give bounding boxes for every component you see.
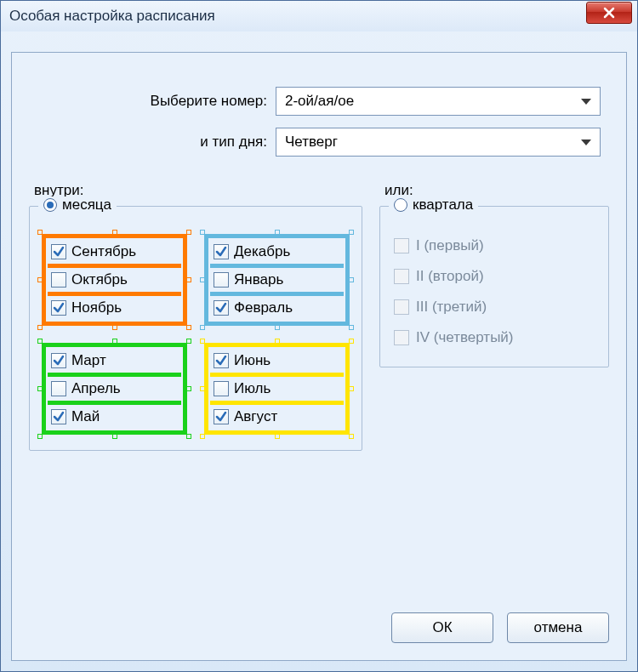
chevron-down-icon bbox=[581, 99, 591, 105]
month-groupbox: месяца СентябрьОктябрьНоябрьДекабрьЯнвар… bbox=[29, 206, 362, 451]
month-label: Июнь bbox=[234, 352, 271, 369]
month-label: Июль bbox=[234, 380, 271, 397]
month-cell: Декабрь bbox=[210, 240, 344, 264]
month-label: Ноябрь bbox=[71, 299, 122, 316]
month-label: Февраль bbox=[234, 299, 293, 316]
quarter-groupbox: квартала I (первый)II (второй)III (трети… bbox=[379, 206, 609, 367]
quarter-checkbox bbox=[394, 269, 409, 284]
month-label: Май bbox=[71, 408, 100, 425]
daytype-select[interactable]: Четверг bbox=[276, 128, 601, 157]
month-cell: Август bbox=[210, 401, 344, 429]
quarter-row: II (второй) bbox=[394, 261, 595, 292]
quarter-checkbox bbox=[394, 330, 409, 345]
number-select-value: 2-ой/ая/ое bbox=[285, 93, 354, 110]
month-cell: Март bbox=[48, 349, 181, 373]
close-icon bbox=[603, 7, 615, 19]
month-label: Декабрь bbox=[234, 243, 290, 260]
quarter-panel: или: квартала I (первый)II (второй)III (… bbox=[379, 182, 609, 451]
month-radio[interactable] bbox=[43, 198, 57, 212]
month-checkbox[interactable] bbox=[51, 244, 66, 259]
month-radio-label: месяца bbox=[62, 196, 111, 214]
cancel-button[interactable]: отмена bbox=[507, 612, 609, 643]
daytype-select-value: Четверг bbox=[285, 134, 338, 151]
titlebar: Особая настройка расписания bbox=[1, 1, 637, 31]
month-checkbox[interactable] bbox=[51, 409, 66, 424]
month-checkbox[interactable] bbox=[51, 272, 66, 288]
month-checkbox[interactable] bbox=[214, 353, 229, 368]
month-cell: Май bbox=[48, 401, 181, 429]
number-label: Выберите номер: bbox=[37, 93, 276, 110]
daytype-label: и тип дня: bbox=[37, 134, 276, 151]
number-select[interactable]: 2-ой/ая/ое bbox=[276, 87, 601, 116]
month-label: Апрель bbox=[71, 380, 121, 397]
month-cell: Июль bbox=[210, 373, 344, 401]
ok-button[interactable]: ОК bbox=[391, 612, 493, 643]
quarter-radio-label: квартала bbox=[413, 196, 473, 214]
month-label: Август bbox=[234, 408, 277, 425]
month-checkbox[interactable] bbox=[214, 244, 229, 259]
month-label: Сентябрь bbox=[71, 243, 136, 260]
month-label: Октябрь bbox=[71, 271, 128, 288]
month-panel: внутри: месяца СентябрьОктябрьНоябрьДека… bbox=[29, 182, 362, 451]
month-label: Январь bbox=[234, 271, 283, 288]
content-frame: Выберите номер: 2-ой/ая/ое и тип дня: Че… bbox=[11, 52, 627, 661]
quarter-checkbox bbox=[394, 299, 409, 315]
dialog-buttons: ОК отмена bbox=[391, 612, 609, 643]
quarter-label: IV (четвертый) bbox=[416, 329, 514, 346]
season-blue: ДекабрьЯнварьФевраль bbox=[201, 231, 353, 329]
panels: внутри: месяца СентябрьОктябрьНоябрьДека… bbox=[29, 182, 609, 451]
number-row: Выберите номер: 2-ой/ая/ое bbox=[37, 87, 601, 116]
quarter-row: IV (четвертый) bbox=[394, 322, 595, 353]
month-checkbox[interactable] bbox=[51, 353, 66, 368]
months-grid: СентябрьОктябрьНоябрьДекабрьЯнварьФеврал… bbox=[30, 222, 362, 450]
month-checkbox[interactable] bbox=[51, 381, 66, 396]
month-checkbox[interactable] bbox=[214, 272, 229, 288]
season-yellow: ИюньИюльАвгуст bbox=[201, 339, 353, 438]
quarter-label: I (первый) bbox=[416, 237, 484, 254]
dialog-window: Особая настройка расписания Выберите ном… bbox=[0, 0, 638, 672]
quarter-radio[interactable] bbox=[394, 198, 407, 212]
season-orange: СентябрьОктябрьНоябрь bbox=[38, 231, 191, 329]
month-cell: Ноябрь bbox=[48, 292, 181, 320]
month-cell: Июнь bbox=[210, 349, 344, 373]
window-title: Особая настройка расписания bbox=[9, 8, 586, 25]
month-checkbox[interactable] bbox=[51, 300, 66, 316]
month-checkbox[interactable] bbox=[214, 381, 229, 396]
chevron-down-icon bbox=[581, 140, 591, 145]
month-checkbox[interactable] bbox=[214, 409, 229, 424]
quarter-row: I (первый) bbox=[394, 231, 595, 261]
month-checkbox[interactable] bbox=[214, 300, 229, 316]
quarter-checkbox bbox=[394, 238, 409, 253]
month-label: Март bbox=[71, 352, 106, 369]
month-cell: Январь bbox=[210, 264, 344, 292]
quarter-label: II (второй) bbox=[416, 268, 484, 285]
quarter-row: III (третий) bbox=[394, 292, 595, 322]
close-button[interactable] bbox=[586, 2, 632, 24]
month-cell: Октябрь bbox=[48, 264, 181, 292]
month-cell: Апрель bbox=[48, 373, 181, 401]
month-cell: Сентябрь bbox=[48, 240, 181, 264]
quarters-list: I (первый)II (второй)III (третий)IV (чет… bbox=[380, 222, 608, 367]
daytype-row: и тип дня: Четверг bbox=[37, 128, 601, 157]
quarter-label: III (третий) bbox=[416, 299, 487, 316]
month-cell: Февраль bbox=[210, 292, 344, 320]
season-green: МартАпрельМай bbox=[38, 339, 191, 438]
